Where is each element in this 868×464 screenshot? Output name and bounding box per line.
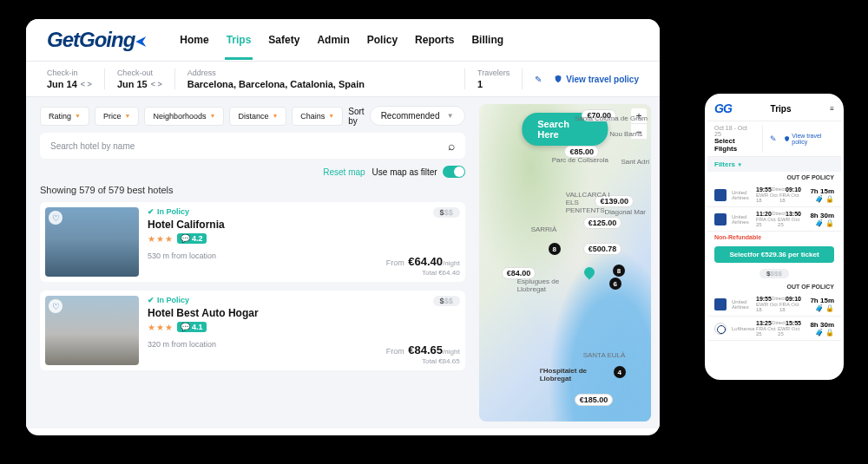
chevron-icon: < > — [151, 80, 162, 88]
hotel-card[interactable]: ♡ In Policy Hotel Best Auto Hogar ★★★ 💬 … — [40, 291, 465, 370]
rating-badge: 💬 4.2 — [177, 233, 207, 244]
checkin-value: Jun 14 — [47, 79, 77, 89]
caret-down-icon: ▼ — [328, 113, 334, 119]
hotel-price: $$$ From €84.65/night Total €84.65 — [386, 296, 460, 365]
map-cluster[interactable]: 4 — [614, 366, 626, 378]
flight-row[interactable]: United Airlines 19:55Direct09:10 EWR Oct… — [707, 292, 841, 317]
filter-chains[interactable]: Chains▼ — [292, 107, 343, 126]
header: GetGoing Home Trips Safety Admin Policy … — [26, 19, 660, 61]
address-label: Address — [187, 69, 452, 77]
airline-name: Lufthansa — [732, 326, 751, 331]
nav-admin[interactable]: Admin — [317, 29, 349, 51]
map-toggle-row: Reset map Use map as filter — [40, 166, 465, 178]
mobile-header: GG Trips ≡ — [707, 96, 841, 121]
checkout-label: Check-out — [117, 69, 162, 77]
filter-rating[interactable]: Rating▼ — [40, 107, 89, 126]
travelers-field[interactable]: Travelers 1 — [477, 69, 523, 89]
hotel-info: In Policy Hotel Best Auto Hogar ★★★ 💬 4.… — [148, 296, 378, 365]
filter-distance[interactable]: Distance▼ — [229, 107, 286, 126]
caret-down-icon: ▼ — [124, 113, 130, 119]
map-pin-icon[interactable] — [582, 265, 597, 280]
view-travel-policy-link[interactable]: View travel policy — [554, 75, 639, 84]
caret-down-icon: ▼ — [447, 112, 454, 120]
checkout-value: Jun 15 — [117, 79, 148, 89]
edit-icon[interactable]: ✎ — [535, 75, 542, 84]
flight-row[interactable]: United Airlines 11:20Direct13:50 FRA Oct… — [707, 207, 841, 232]
address-value: Barcelona, Barcelona, Catalonia, Spain — [187, 79, 452, 89]
results-map[interactable]: Search Here + − €70.00 €85.00 €139.00 €1… — [479, 104, 651, 422]
hotel-rating: ★★★ 💬 4.2 — [148, 233, 378, 244]
rating-badge: 💬 4.1 — [177, 322, 207, 332]
price-tier: $$$ — [433, 207, 460, 218]
map-label: Parc de Collserola — [552, 156, 608, 164]
nav-trips[interactable]: Trips — [227, 29, 252, 51]
nav-policy[interactable]: Policy — [367, 29, 398, 51]
nav-billing[interactable]: Billing — [471, 29, 503, 51]
map-label: Santa Coloma de Gram — [575, 114, 648, 122]
filter-price[interactable]: Price▼ — [95, 107, 139, 126]
policy-badge: In Policy — [148, 207, 378, 216]
desktop-window: GetGoing Home Trips Safety Admin Policy … — [26, 19, 660, 435]
mobile-trip-selector[interactable]: Oct 18 - Oct 25 Select Flights — [714, 125, 763, 153]
policy-tag: OUT OF POLICY — [707, 172, 841, 183]
nav-safety[interactable]: Safety — [268, 29, 299, 51]
flight-row[interactable]: United Airlines 19:55Direct09:10 EWR Oct… — [707, 183, 841, 207]
flight-row[interactable]: Lufthansa 13:25Direct15:55 FRA Oct 25EWR… — [707, 317, 841, 341]
map-cluster[interactable]: 8 — [613, 265, 625, 277]
reset-map-link[interactable]: Reset map — [323, 167, 365, 177]
checkin-label: Check-in — [47, 69, 92, 77]
checkin-field[interactable]: Check-in Jun 14< > — [47, 69, 105, 89]
hotel-price: $$$ From €64.40/night Total €64.40 — [386, 207, 460, 277]
checkout-field[interactable]: Check-out Jun 15< > — [117, 69, 175, 89]
map-price-pin[interactable]: €125.00 — [583, 217, 622, 229]
policy-tag: OUT OF POLICY — [707, 281, 841, 292]
luggage-icon: 🧳 🔒 — [815, 329, 834, 337]
map-label: Esplugues de Llobregat — [517, 278, 562, 293]
map-filter-toggle[interactable] — [443, 166, 465, 178]
price-tier: $$$ — [433, 296, 460, 306]
sort-select[interactable]: Recommended▼ — [370, 106, 465, 126]
sort-label: Sort by — [348, 107, 364, 126]
travelers-label: Travelers — [477, 69, 510, 77]
travelers-value: 1 — [477, 79, 510, 89]
nav-home[interactable]: Home — [180, 29, 208, 51]
menu-icon[interactable]: ≡ — [830, 105, 834, 113]
hotel-distance: 320 m from location — [148, 340, 378, 349]
map-cluster[interactable]: 6 — [609, 278, 621, 290]
map-label: Sant Adri — [621, 158, 649, 166]
map-label: SARRIÀ — [531, 225, 557, 233]
filter-neighborhoods[interactable]: Neighborhoods▼ — [144, 107, 224, 126]
luggage-icon: 🧳 🔒 — [815, 304, 834, 312]
mobile-title: Trips — [771, 104, 792, 114]
map-label: SANTA EULÀ — [583, 351, 626, 359]
map-cluster[interactable]: 8 — [549, 243, 561, 255]
address-field[interactable]: Address Barcelona, Barcelona, Catalonia,… — [187, 69, 465, 89]
favorite-icon[interactable]: ♡ — [49, 211, 62, 225]
mobile-select-flights: Select Flights — [714, 137, 755, 153]
mobile-filters-button[interactable]: Filters ▼ — [707, 157, 841, 172]
map-price-pin[interactable]: €185.00 — [575, 394, 614, 406]
hotel-name: Hotel California — [148, 219, 378, 231]
airline-logo-icon — [714, 189, 727, 201]
mobile-policy-link[interactable]: View travel policy — [784, 133, 834, 145]
star-icon: ★★★ — [148, 234, 174, 244]
trip-search-bar: Check-in Jun 14< > Check-out Jun 15< > A… — [26, 61, 660, 97]
results-body: Rating▼ Price▼ Neighborhoods▼ Distance▼ … — [26, 97, 660, 428]
hotel-thumbnail: ♡ — [45, 296, 139, 365]
luggage-icon: 🧳 🔒 — [815, 195, 834, 203]
hotel-info: In Policy Hotel California ★★★ 💬 4.2 530… — [148, 207, 378, 277]
caret-down-icon: ▼ — [75, 113, 81, 119]
mobile-dates: Oct 18 - Oct 25 — [714, 125, 755, 137]
airline-logo-icon — [714, 213, 727, 225]
hotel-thumbnail: ♡ — [45, 207, 139, 277]
favorite-icon[interactable]: ♡ — [49, 299, 62, 313]
select-flight-button[interactable]: Selectfor €529.36 per ticket — [714, 246, 834, 263]
chevron-icon: < > — [81, 80, 92, 88]
nav-reports[interactable]: Reports — [415, 29, 454, 51]
mobile-subheader: Oct 18 - Oct 25 Select Flights ✎ View tr… — [707, 121, 841, 157]
map-label: l'Hospitalet de Llobregat — [540, 367, 601, 382]
hotel-search-input[interactable]: Search hotel by name ⌕ — [40, 133, 465, 159]
map-price-pin[interactable]: €500.78 — [583, 243, 622, 255]
hotel-card[interactable]: ♡ In Policy Hotel California ★★★ 💬 4.2 5… — [40, 202, 465, 282]
edit-icon[interactable]: ✎ — [770, 134, 777, 143]
